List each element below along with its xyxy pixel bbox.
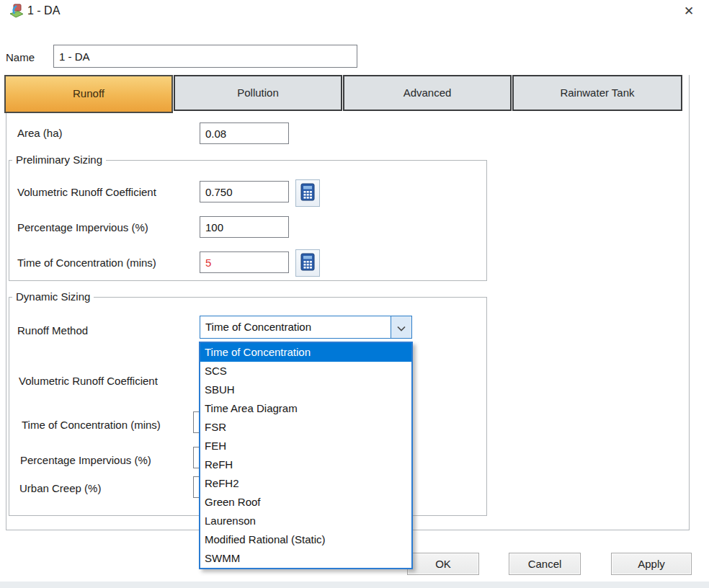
runoff-method-combobox[interactable]: Time of Concentration [200,316,412,339]
dropdown-option[interactable]: Time Area Diagram [200,399,411,418]
runoff-method-label: Runoff Method [17,324,88,337]
name-label: Name [6,51,35,63]
dropdown-option[interactable]: ReFH [200,455,411,474]
volumetric-runoff-coefficient-input[interactable] [200,181,289,202]
volumetric-runoff-coefficient-label: Volumetric Runoff Coefficient [17,186,156,198]
dropdown-option[interactable]: Laurenson [200,512,411,530]
cancel-button[interactable]: Cancel [509,553,581,575]
ok-button[interactable]: OK [407,553,479,575]
dropdown-option[interactable]: Modified Rational (Static) [200,530,411,549]
dropdown-option[interactable]: Green Roof [200,493,411,512]
urban-creep-label: Urban Creep (%) [19,482,101,494]
dropdown-option[interactable]: FSR [200,418,411,437]
dynamic-sizing-legend: Dynamic Sizing [12,290,94,303]
calculator-icon [300,253,315,273]
dropdown-option[interactable]: FEH [200,437,411,455]
dropdown-option[interactable]: SWMM [200,549,411,568]
runoff-method-dropdown-list: Time of Concentration SCS SBUH Time Area… [199,342,413,569]
percentage-impervious-input[interactable] [200,216,289,238]
dynamic-percentage-impervious-label: Percentage Impervious (%) [20,454,151,466]
dynamic-volumetric-runoff-coefficient-label: Volumetric Runoff Coefficient [19,375,158,387]
tab-runoff[interactable]: Runoff [4,75,173,113]
dialog-window: { "window": { "title": "1 - DA", "close_… [0,0,709,588]
runoff-method-selected-value: Time of Concentration [200,316,391,338]
area-input[interactable] [200,122,289,144]
combobox-dropdown-button[interactable] [391,316,411,338]
tab-advanced[interactable]: Advanced [343,75,512,111]
dropdown-option[interactable]: SBUH [200,380,411,399]
calculator-button[interactable] [295,249,320,277]
dropdown-option[interactable]: ReFH2 [200,474,411,493]
time-of-concentration-input[interactable] [200,251,289,273]
tab-pollution[interactable]: Pollution [174,75,342,111]
close-icon[interactable]: ✕ [678,2,700,21]
tab-rainwater-tank[interactable]: Rainwater Tank [512,75,682,111]
calculator-icon [300,183,315,203]
dropdown-option[interactable]: SCS [200,362,411,380]
chevron-down-icon [397,321,406,334]
calculator-button[interactable] [295,179,320,207]
area-label: Area (ha) [17,127,63,139]
app-icon [9,4,24,19]
dropdown-option[interactable]: Time of Concentration [200,343,411,362]
name-input[interactable] [53,45,357,68]
preliminary-sizing-legend: Preliminary Sizing [12,153,106,166]
dynamic-time-of-concentration-label: Time of Concentration (mins) [22,419,161,431]
time-of-concentration-label: Time of Concentration (mins) [17,257,156,269]
apply-button[interactable]: Apply [611,553,692,575]
percentage-impervious-label: Percentage Impervious (%) [17,221,148,233]
window-bottom-edge [0,582,709,588]
window-title: 1 - DA [27,4,60,17]
